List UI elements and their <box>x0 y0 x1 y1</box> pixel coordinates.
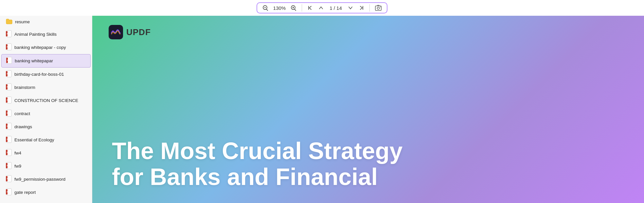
svg-point-10 <box>377 7 380 10</box>
pdf-icon: PDF <box>6 83 12 91</box>
sidebar-item-banking-copy[interactable]: PDF banking whitepapar - copy <box>1 41 91 54</box>
svg-line-2 <box>267 10 268 11</box>
separator-2 <box>369 4 370 11</box>
sidebar-item-label: brainstorm <box>14 85 35 90</box>
svg-text:PDF: PDF <box>7 165 10 167</box>
sidebar-item-contract[interactable]: PDF contract <box>1 107 91 120</box>
pdf-icon: PDF <box>6 123 12 131</box>
zoom-out-button[interactable] <box>260 4 270 11</box>
sidebar-item-fw9[interactable]: PDF fw9 <box>1 160 91 173</box>
toolbar: 130% 1 / 14 <box>0 0 644 16</box>
sidebar-item-label: birthday-card-for-boss-01 <box>14 72 64 77</box>
pdf-icon: PDF <box>6 43 12 51</box>
svg-text:PDF: PDF <box>7 152 10 153</box>
zoom-level: 130% <box>272 5 287 11</box>
sidebar-item-label: drawings <box>14 124 32 129</box>
last-page-button[interactable] <box>357 5 366 11</box>
sidebar-item-ecology[interactable]: PDF Essential of Ecology <box>1 133 91 146</box>
sidebar-item-brainstorm[interactable]: PDF brainstorm <box>1 81 91 94</box>
updf-logo: UPDF <box>109 25 151 39</box>
svg-rect-9 <box>375 6 381 10</box>
sidebar-item-construction[interactable]: PDF CONSTRUCTION OF SCIENCE <box>1 94 91 107</box>
updf-logo-icon <box>109 25 123 39</box>
screenshot-button[interactable] <box>373 4 384 11</box>
pdf-icon: PDF <box>6 57 12 65</box>
sidebar-item-label: gate report <box>14 190 36 195</box>
svg-text:PDF: PDF <box>7 178 10 180</box>
sidebar-item-drawings[interactable]: PDF drawings <box>1 120 91 133</box>
sidebar-item-label: contract <box>14 111 30 116</box>
zoom-in-button[interactable] <box>289 4 298 11</box>
sidebar-item-label: fw4 <box>14 151 21 155</box>
svg-text:PDF: PDF <box>7 73 10 75</box>
prev-page-button[interactable] <box>316 5 326 11</box>
sidebar-item-label: resume <box>15 19 30 24</box>
pdf-icon <box>6 18 12 25</box>
toolbar-controls: 130% 1 / 14 <box>257 2 387 13</box>
svg-text:PDF: PDF <box>7 46 10 48</box>
sidebar-item-label: Essential of Ecology <box>14 137 54 142</box>
svg-text:PDF: PDF <box>7 86 10 88</box>
pdf-icon: PDF <box>6 188 12 196</box>
svg-text:PDF: PDF <box>7 59 10 61</box>
pdf-icon: PDF <box>6 162 12 170</box>
sidebar-item-fw9-permission[interactable]: PDF fw9_permission-password <box>1 173 91 186</box>
sidebar-item-label: banking whitepapar <box>15 58 53 63</box>
pdf-icon: PDF <box>6 30 12 38</box>
first-page-button[interactable] <box>305 5 314 11</box>
separator-1 <box>302 4 302 11</box>
sidebar: resume PDF Animal Painting Skills PDF ba… <box>0 16 92 203</box>
svg-line-6 <box>295 10 296 11</box>
svg-text:PDF: PDF <box>7 33 10 35</box>
sidebar-item-animal-painting[interactable]: PDF Animal Painting Skills <box>1 28 91 41</box>
sidebar-item-label: fw9 <box>14 164 21 169</box>
next-page-button[interactable] <box>346 5 355 11</box>
viewer-content: UPDF The Most Crucial Strategy for Banks… <box>92 16 644 203</box>
pdf-icon: PDF <box>6 149 12 157</box>
sidebar-item-label: fw9_permission-password <box>14 177 65 182</box>
pdf-icon: PDF <box>6 110 12 118</box>
pdf-icon: PDF <box>6 175 12 183</box>
pdf-viewer: UPDF The Most Crucial Strategy for Banks… <box>92 16 644 203</box>
pdf-icon: PDF <box>6 96 12 105</box>
main-content: resume PDF Animal Painting Skills PDF ba… <box>0 16 644 203</box>
sidebar-item-label: CONSTRUCTION OF SCIENCE <box>14 98 78 103</box>
sidebar-item-banking[interactable]: PDF banking whitepapar <box>1 54 91 68</box>
sidebar-item-fw4[interactable]: PDF fw4 <box>1 147 91 159</box>
hero-title-line1: The Most Crucial Strategy for Banks and … <box>112 138 406 190</box>
sidebar-item-label: banking whitepapar - copy <box>14 45 66 50</box>
svg-text:PDF: PDF <box>7 191 10 193</box>
updf-logo-text: UPDF <box>126 27 151 37</box>
pdf-icon: PDF <box>6 70 12 78</box>
svg-text:PDF: PDF <box>7 138 10 140</box>
svg-text:PDF: PDF <box>7 125 10 127</box>
svg-text:PDF: PDF <box>7 99 10 101</box>
sidebar-item-label: Animal Painting Skills <box>14 32 57 37</box>
pdf-icon: PDF <box>6 136 12 144</box>
sidebar-item-gate-report[interactable]: PDF gate report <box>1 186 91 199</box>
sidebar-item-birthday-card[interactable]: PDF birthday-card-for-boss-01 <box>1 68 91 81</box>
page-display: 1 / 14 <box>328 5 344 11</box>
sidebar-item-resume[interactable]: resume <box>1 16 91 28</box>
hero-text: The Most Crucial Strategy for Banks and … <box>112 138 624 190</box>
svg-text:PDF: PDF <box>7 112 10 114</box>
